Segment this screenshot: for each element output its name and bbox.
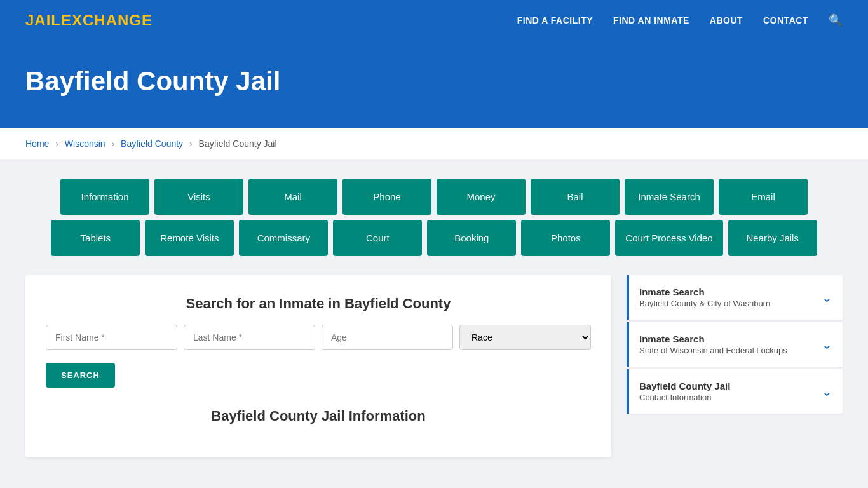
btn-remote-visits[interactable]: Remote Visits [145,220,234,256]
search-icon[interactable]: 🔍 [829,13,843,27]
nav-links: FIND A FACILITY FIND AN INMATE ABOUT CON… [517,13,843,27]
age-input[interactable] [322,325,453,350]
category-buttons: Information Visits Mail Phone Money Bail… [25,179,843,256]
chevron-down-icon-1: ⌄ [822,290,832,305]
last-name-input[interactable] [184,325,315,350]
breadcrumb: Home › Wisconsin › Bayfield County › Bay… [0,128,868,159]
btn-court[interactable]: Court [333,220,422,256]
sidebar-card-2-subtitle: State of Wisconsin and Federal Lockups [639,346,787,355]
search-button[interactable]: SEARCH [46,363,115,388]
inmate-search-form: Race White Black Hispanic Asian Other [46,325,591,350]
nav-contact[interactable]: CONTACT [763,15,808,25]
sidebar-card-1-title: Inmate Search [639,287,770,297]
btn-nearby-jails[interactable]: Nearby Jails [728,220,817,256]
btn-court-process-video[interactable]: Court Process Video [615,220,722,256]
content-area: Search for an Inmate in Bayfield County … [25,275,843,458]
btn-photos[interactable]: Photos [521,220,610,256]
breadcrumb-current: Bayfield County Jail [199,139,277,149]
btn-booking[interactable]: Booking [427,220,516,256]
btn-inmate-search[interactable]: Inmate Search [625,179,714,215]
sidebar-card-2-title: Inmate Search [639,334,787,344]
page-title: Bayfield County Jail [25,66,843,97]
breadcrumb-home[interactable]: Home [25,139,49,149]
btn-visits[interactable]: Visits [154,179,243,215]
sidebar-card-3-title: Bayfield County Jail [639,381,730,391]
sidebar-card-2[interactable]: Inmate Search State of Wisconsin and Fed… [627,322,843,367]
btn-tablets[interactable]: Tablets [51,220,140,256]
inmate-search-title: Search for an Inmate in Bayfield County [46,295,591,312]
breadcrumb-sep-3: › [189,139,193,149]
first-name-input[interactable] [46,325,177,350]
nav-about[interactable]: ABOUT [710,15,743,25]
sidebar-card-3[interactable]: Bayfield County Jail Contact Information… [627,369,843,414]
btn-commissary[interactable]: Commissary [239,220,328,256]
nav-find-facility[interactable]: FIND A FACILITY [517,15,593,25]
breadcrumb-wisconsin[interactable]: Wisconsin [65,139,105,149]
race-select[interactable]: Race White Black Hispanic Asian Other [459,325,591,350]
btn-mail[interactable]: Mail [248,179,337,215]
navbar: JAILEXCHANGE FIND A FACILITY FIND AN INM… [0,0,868,41]
breadcrumb-sep-1: › [55,139,58,149]
sidebar-card-1[interactable]: Inmate Search Bayfield County & City of … [627,275,843,320]
left-panel: Search for an Inmate in Bayfield County … [25,275,611,458]
sidebar-card-3-subtitle: Contact Information [639,393,730,402]
logo-exchange: EXCHANGE [61,11,153,29]
sidebar-card-1-subtitle: Bayfield County & City of Washburn [639,299,770,308]
right-panel: Inmate Search Bayfield County & City of … [627,275,843,458]
breadcrumb-bayfield-county[interactable]: Bayfield County [121,139,183,149]
btn-email[interactable]: Email [719,179,808,215]
hero-banner: Bayfield County Jail [0,41,868,128]
main-content: Information Visits Mail Phone Money Bail… [0,159,868,477]
btn-information[interactable]: Information [60,179,149,215]
nav-find-inmate[interactable]: FIND AN INMATE [613,15,689,25]
btn-money[interactable]: Money [437,179,526,215]
chevron-down-icon-3: ⌄ [822,384,832,399]
logo-jail: JAIL [25,11,61,29]
chevron-down-icon-2: ⌄ [822,337,832,352]
btn-phone[interactable]: Phone [342,179,431,215]
section-title: Bayfield County Jail Information [46,408,591,424]
site-logo[interactable]: JAILEXCHANGE [25,11,153,29]
breadcrumb-sep-2: › [112,139,115,149]
btn-bail[interactable]: Bail [531,179,620,215]
